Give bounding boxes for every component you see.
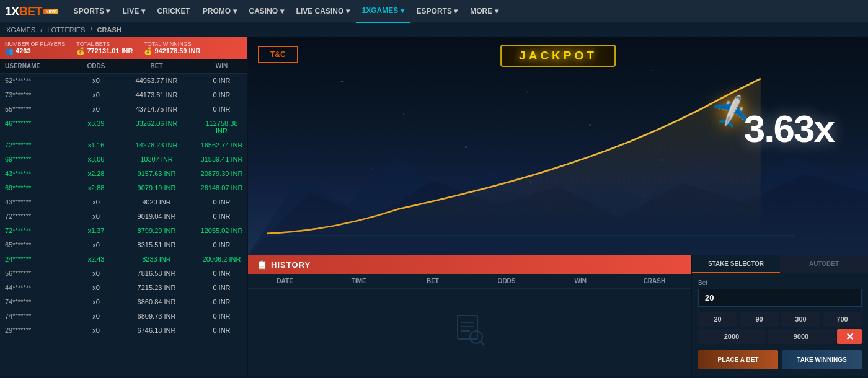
history-icon: 📋 [257,260,267,270]
crash-graph [267,73,794,236]
stake-body: Bet 20 90 300 700 2000 9000 ✕ [692,273,868,376]
bet-label: Bet [698,279,862,286]
breadcrumb: XGAMES / LOTTERIES / CRASH [0,23,868,37]
stat-players-value: 👥 4263 [5,47,65,55]
hcol-crash: CRASH [618,274,691,288]
multiplier-display: 3.63x [744,107,834,151]
stat-players: Number of players 👥 4263 [5,41,65,55]
history-header: 📋 HISTORY [248,255,691,274]
col-username: USERNAME [0,59,74,73]
nav-item-casino[interactable]: CASINO ▾ [243,0,290,23]
hcol-time: TIME [322,274,396,288]
svg-line-12 [480,341,484,345]
history-title: HISTORY [271,260,311,270]
jackpot-label: JACKPOT [519,49,597,62]
take-winnings-button[interactable]: TAKE WINNINGS [782,350,862,369]
autobet-tab[interactable]: AUTOBET [780,255,868,273]
table-row: 74******* x0 6809.73 INR 0 INR [0,309,247,323]
hcol-win: WIN [544,274,618,288]
tc-button[interactable]: T&C [258,46,298,63]
nav-item-esports[interactable]: ESPORTS ▾ [410,0,464,23]
stake-panel: STAKE SELECTOR AUTOBET Bet 20 90 300 700 [691,255,868,376]
quick-btn-9000[interactable]: 9000 [768,329,835,344]
table-row: 43******* x2.28 9157.63 INR 20879.39 INR [0,167,247,181]
hcol-bet: BET [396,274,469,288]
quick-btns-row1: 20 90 300 700 [698,312,862,327]
stats-bar: Number of players 👥 4263 Total bets 💰 77… [0,37,247,59]
right-area: JACKPOT T&C [248,37,868,376]
history-panel: 📋 HISTORY DATE TIME BET ODDS WIN CRASH [248,255,691,376]
table-row: 65******* x0 8315.51 INR 0 INR [0,238,247,252]
table-row: 52******* x0 44963.77 INR 0 INR [0,74,247,88]
quick-btn-2000[interactable]: 2000 [698,329,765,344]
table-row: 72******* x0 9019.04 INR 0 INR [0,209,247,224]
stake-selector-tab[interactable]: STAKE SELECTOR [692,255,780,273]
col-odds: ODDS [74,59,118,73]
stat-total-bets: Total bets 💰 772131.01 INR [76,41,133,55]
table-row: 55******* x0 43714.75 INR 0 INR [0,102,247,116]
table-row: 72******* x1.16 14278.23 INR 16562.74 IN… [0,138,247,152]
svg-point-4 [397,203,399,205]
hcol-odds: ODDS [469,274,543,288]
main-nav: 1XBET NEW SPORTS ▾ LIVE ▾ CRICKET PROMO … [0,0,868,23]
nav-item-live[interactable]: LIVE ▾ [117,0,151,23]
table-row: 73******* x0 44173.61 INR 0 INR [0,88,247,102]
stake-tabs: STAKE SELECTOR AUTOBET [692,255,868,273]
history-columns: DATE TIME BET ODDS WIN CRASH [248,274,691,289]
game-area: JACKPOT T&C [248,37,868,255]
col-win: WIN [195,59,248,73]
nav-item-more[interactable]: MORE ▾ [464,0,504,23]
table-row: 69******* x2.88 9079.19 INR 26148.07 INR [0,181,247,195]
table-row: 72******* x1.37 8799.29 INR 12055.02 INR [0,224,247,238]
empty-icon [453,312,487,353]
hcol-date: DATE [248,274,322,288]
table-row: 29******* x0 6746.18 INR 0 INR [0,323,247,338]
table-row: 44******* x0 7215.23 INR 0 INR [0,281,247,295]
stat-winnings-value: 💰 942178.59 INR [144,47,200,55]
col-bet: BET [118,59,195,73]
nav-item-cricket[interactable]: CRICKET [151,0,197,23]
stat-players-label: Number of players [5,41,65,47]
nav-item-promo[interactable]: PROMO ▾ [197,0,243,23]
quick-btn-700[interactable]: 700 [823,312,862,327]
nav-item-live-casino[interactable]: LIVE CASINO ▾ [290,0,356,23]
jackpot-banner: JACKPOT [500,45,616,67]
bet-input[interactable] [698,289,862,307]
breadcrumb-xgames[interactable]: XGAMES [6,26,35,33]
nav-item-1xgames[interactable]: 1XGAMES ▾ [356,0,410,23]
quick-btn-90[interactable]: 90 [740,312,779,327]
clear-btn[interactable]: ✕ [837,329,862,344]
table-header: USERNAME ODDS BET WIN [0,59,247,74]
history-empty [248,289,691,376]
place-bet-button[interactable]: PLACE A BET [698,350,778,369]
action-buttons: PLACE A BET TAKE WINNINGS [698,350,862,369]
table-row: 69******* x3.06 10307 INR 31539.41 INR [0,152,247,167]
quick-btns-row2: 2000 9000 ✕ [698,329,862,344]
quick-btn-300[interactable]: 300 [781,312,820,327]
logo[interactable]: 1XBET NEW [5,4,58,19]
bottom-row: 📋 HISTORY DATE TIME BET ODDS WIN CRASH [248,255,868,376]
table-row: 56******* x0 7816.58 INR 0 INR [0,266,247,281]
table-row: 74******* x0 6860.84 INR 0 INR [0,295,247,309]
quick-btn-20[interactable]: 20 [698,312,737,327]
new-badge: NEW [43,9,57,14]
left-panel: Number of players 👥 4263 Total bets 💰 77… [0,37,248,376]
stat-bets-label: Total bets [76,41,133,47]
table-row: 43******* x0 9020 INR 0 INR [0,195,247,209]
table-row: 46******* x3.39 33262.06 INR 112758.38 I… [0,116,247,138]
table-body: 52******* x0 44963.77 INR 0 INR 73******… [0,74,247,376]
breadcrumb-lotteries[interactable]: LOTTERIES [47,26,85,33]
breadcrumb-crash: CRASH [97,26,122,33]
nav-item-sports[interactable]: SPORTS ▾ [68,0,117,23]
table-row: 24******* x2.43 8233 INR 20006.2 INR [0,252,247,266]
stat-winnings-label: Total winnings [144,41,200,47]
stat-bets-value: 💰 772131.01 INR [76,47,133,55]
stat-total-winnings: Total winnings 💰 942178.59 INR [144,41,200,55]
